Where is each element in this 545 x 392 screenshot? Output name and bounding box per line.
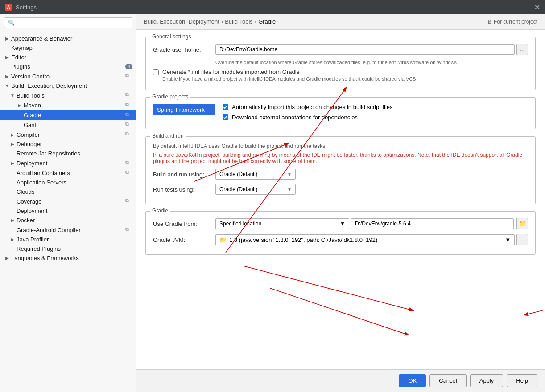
footer: OK Cancel Apply Help bbox=[136, 369, 545, 392]
sidebar-item-editor[interactable]: ▶ Editor bbox=[0, 53, 136, 62]
sidebar-item-coverage[interactable]: Coverage ⧉ bbox=[0, 196, 136, 206]
download-annotations-checkbox[interactable] bbox=[223, 114, 228, 120]
toggle-icon: ▶ bbox=[9, 141, 16, 147]
sidebar-item-remote-jar[interactable]: Remote Jar Repositories bbox=[0, 149, 136, 158]
svg-line-2 bbox=[244, 266, 413, 310]
gradle-home-browse-button[interactable]: ... bbox=[516, 44, 528, 55]
sidebar-item-compiler[interactable]: ▶ Compiler ⧉ bbox=[0, 130, 136, 139]
toggle-icon bbox=[17, 122, 23, 128]
generate-iml-checkbox[interactable] bbox=[153, 69, 159, 75]
sidebar-item-label: Appearance & Behavior bbox=[11, 35, 132, 42]
sidebar-item-build-execution[interactable]: ▼ Build, Execution, Deployment bbox=[0, 81, 136, 90]
run-tests-using-select[interactable]: Gradle (Default) ▼ bbox=[215, 184, 296, 195]
gradle-projects-section: Gradle projects Spring-Framework Automat… bbox=[145, 97, 536, 129]
sidebar-item-gradle[interactable]: Gradle ⧉ bbox=[0, 110, 136, 120]
copy-icon: ⧉ bbox=[125, 159, 132, 167]
use-gradle-from-label: Use Gradle from: bbox=[153, 220, 215, 227]
sidebar-item-maven[interactable]: ▶ Maven ⧉ bbox=[0, 100, 136, 110]
gradle-home-hint: Override the default location where Grad… bbox=[215, 60, 528, 65]
gradle-jvm-select[interactable]: 📁 1.8 (java version "1.8.0_192", path: C… bbox=[215, 234, 515, 245]
panel-content: General settings Gradle user home: ... O… bbox=[136, 30, 545, 369]
main-content: ▶ Appearance & Behavior Keymap ▶ Editor … bbox=[0, 14, 545, 392]
gradle-home-input[interactable] bbox=[215, 44, 515, 55]
general-settings-section: General settings Gradle user home: ... O… bbox=[145, 37, 536, 90]
gradle-jvm-browse-button[interactable]: ... bbox=[516, 234, 528, 245]
sidebar-item-deployment[interactable]: ▶ Deployment ⧉ bbox=[0, 158, 136, 168]
sidebar-item-label: Languages & Frameworks bbox=[11, 255, 132, 261]
help-button[interactable]: Help bbox=[507, 374, 537, 387]
toggle-icon bbox=[9, 151, 16, 157]
toggle-icon: ▶ bbox=[4, 54, 10, 61]
sidebar-item-label: Arquillian Containers bbox=[17, 170, 125, 176]
sidebar-item-deployment2[interactable]: Deployment bbox=[0, 206, 136, 216]
copy-icon: ⧉ bbox=[125, 92, 132, 99]
toggle-icon bbox=[9, 170, 16, 176]
sidebar-item-docker[interactable]: ▶ Docker bbox=[0, 216, 136, 225]
sidebar-item-required-plugins[interactable]: Required Plugins bbox=[0, 244, 136, 253]
sidebar-item-java-profiler[interactable]: ▶ Java Profiler bbox=[0, 235, 136, 244]
build-run-using-select[interactable]: Gradle (Default) ▼ bbox=[215, 169, 296, 180]
copy-icon: ⧉ bbox=[125, 121, 132, 128]
sidebar-item-label: Compiler bbox=[17, 131, 125, 138]
sidebar-item-gradle-android[interactable]: Gradle-Android Compiler ⧉ bbox=[0, 225, 136, 235]
sidebar-item-label: Deployment bbox=[17, 160, 125, 167]
toggle-icon bbox=[9, 180, 16, 186]
toggle-icon: ▼ bbox=[4, 83, 10, 89]
sidebar-item-plugins[interactable]: Plugins 8 bbox=[0, 62, 136, 71]
breadcrumb-sep1: › bbox=[221, 18, 223, 25]
sidebar-item-app-servers[interactable]: Application Servers bbox=[0, 178, 136, 187]
auto-import-checkbox[interactable] bbox=[223, 104, 228, 110]
run-tests-using-value: Gradle (Default) bbox=[219, 186, 257, 192]
build-run-title: Build and run bbox=[150, 133, 186, 139]
sidebar-item-appearance[interactable]: ▶ Appearance & Behavior bbox=[0, 34, 136, 43]
sidebar-item-label: Remote Jar Repositories bbox=[17, 150, 132, 157]
gradle-projects-title: Gradle projects bbox=[150, 94, 190, 100]
gradle-home-label: Gradle user home: bbox=[153, 46, 215, 53]
general-settings-title: General settings bbox=[150, 33, 193, 40]
sidebar-item-clouds[interactable]: Clouds bbox=[0, 187, 136, 196]
cancel-button[interactable]: Cancel bbox=[429, 374, 466, 387]
project-list-item[interactable]: Spring-Framework bbox=[153, 104, 215, 115]
auto-import-row: Automatically import this project on cha… bbox=[223, 104, 528, 110]
toggle-icon: ▶ bbox=[9, 217, 16, 224]
copy-icon: ⧉ bbox=[125, 169, 132, 176]
sidebar-item-arquillian[interactable]: Arquillian Containers ⧉ bbox=[0, 168, 136, 178]
gradle-jvm-value: 1.8 (java version "1.8.0_192", path: C:/… bbox=[229, 237, 377, 243]
use-gradle-from-select[interactable]: Specified location ▼ bbox=[215, 218, 349, 229]
build-run-warning: In a pure Java/Kotlin project, building … bbox=[153, 152, 528, 164]
window-title: Settings bbox=[16, 4, 534, 11]
search-input[interactable] bbox=[4, 17, 132, 28]
sidebar-item-label: Application Servers bbox=[17, 179, 132, 186]
gradle-projects-content: Spring-Framework Automatically import th… bbox=[153, 104, 528, 124]
close-button[interactable]: ✕ bbox=[534, 3, 540, 12]
download-annotations-label: Download external annotations for depend… bbox=[232, 114, 358, 121]
sidebar-item-languages[interactable]: ▶ Languages & Frameworks bbox=[0, 253, 136, 263]
settings-window: A Settings ✕ ▶ Appearance & Behavior Key… bbox=[0, 0, 545, 392]
sidebar-item-keymap[interactable]: Keymap bbox=[0, 43, 136, 53]
sidebar-item-gant[interactable]: Gant ⧉ bbox=[0, 120, 136, 130]
build-run-info: By default IntelliJ IDEA uses Gradle to … bbox=[153, 143, 528, 149]
toggle-icon bbox=[9, 227, 16, 233]
sidebar-item-build-tools[interactable]: ▼ Build Tools ⧉ bbox=[0, 90, 136, 100]
generate-iml-label: Generate *.iml files for modules importe… bbox=[162, 69, 416, 75]
sidebar-item-version-control[interactable]: ▶ Version Control ⧉ bbox=[0, 71, 136, 81]
project-options: Automatically import this project on cha… bbox=[215, 104, 528, 124]
title-bar: A Settings ✕ bbox=[0, 0, 545, 14]
toggle-icon: ▶ bbox=[4, 36, 10, 42]
ok-button[interactable]: OK bbox=[399, 374, 426, 387]
sidebar-tree: ▶ Appearance & Behavior Keymap ▶ Editor … bbox=[0, 32, 136, 392]
sidebar-item-debugger[interactable]: ▶ Debugger bbox=[0, 139, 136, 149]
toggle-icon bbox=[17, 112, 23, 118]
breadcrumb-part2: Build Tools bbox=[225, 18, 253, 25]
apply-button[interactable]: Apply bbox=[470, 374, 504, 387]
gradle-location-folder-button[interactable]: 📁 bbox=[516, 218, 528, 229]
toggle-icon: ▶ bbox=[17, 102, 23, 108]
dropdown-arrow-icon: ▼ bbox=[287, 187, 292, 192]
toggle-icon: ▼ bbox=[9, 92, 16, 98]
sidebar-item-label: Docker bbox=[17, 217, 132, 224]
for-project-label: 🖥 For current project bbox=[487, 19, 537, 25]
copy-icon: ⧉ bbox=[125, 102, 132, 109]
sidebar-item-label: Gradle-Android Compiler bbox=[17, 227, 125, 233]
gradle-location-path-input[interactable] bbox=[351, 218, 514, 229]
copy-icon: ⧉ bbox=[125, 131, 132, 138]
